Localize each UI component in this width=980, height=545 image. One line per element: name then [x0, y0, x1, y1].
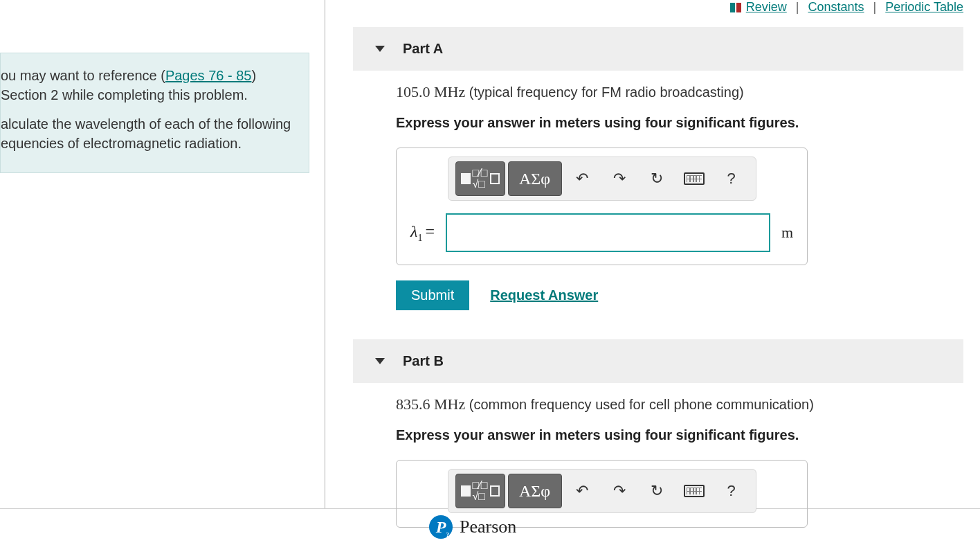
- redo-button[interactable]: ↷: [602, 161, 637, 196]
- templates-icon: □⁄□√□: [461, 168, 500, 190]
- part-a-header[interactable]: Part A: [353, 27, 963, 71]
- help-button[interactable]: ?: [714, 474, 749, 508]
- answer-input-a[interactable]: [446, 213, 770, 252]
- templates-icon: □⁄□√□: [461, 480, 500, 502]
- answer-box-a: □⁄□√□ ΑΣφ ↶ ↷ ↻ ? λ1= m: [396, 148, 808, 265]
- freq-unit: MHz: [434, 395, 465, 413]
- freq-value: 105.0: [396, 83, 430, 100]
- right-panel: Review | Constants | Periodic Table Part…: [325, 0, 980, 508]
- part-b-title: Part B: [403, 353, 444, 369]
- separator: |: [790, 0, 805, 14]
- left-panel: ou may want to reference (Pages 76 - 85)…: [0, 0, 325, 508]
- freq-value: 835.6: [396, 395, 430, 413]
- freq-unit: MHz: [434, 83, 465, 100]
- question-line-a: 105.0 MHz (typical frequency for FM radi…: [396, 83, 941, 101]
- equation-toolbar-a: □⁄□√□ ΑΣφ ↶ ↷ ↻ ?: [448, 157, 756, 201]
- caret-down-icon: [375, 358, 385, 364]
- unit-label: m: [781, 224, 793, 242]
- redo-button[interactable]: ↷: [602, 474, 637, 508]
- keyboard-button[interactable]: [677, 161, 711, 196]
- separator: |: [868, 0, 882, 14]
- greek-symbols-button[interactable]: ΑΣφ: [508, 474, 562, 508]
- keyboard-icon: [684, 172, 705, 185]
- help-button[interactable]: ?: [714, 161, 749, 196]
- top-links: Review | Constants | Periodic Table: [353, 0, 963, 17]
- freq-desc: (typical frequency for FM radio broadcas…: [465, 84, 743, 100]
- constants-link[interactable]: Constants: [808, 0, 864, 14]
- part-a-body: 105.0 MHz (typical frequency for FM radi…: [353, 71, 963, 330]
- review-link[interactable]: Review: [746, 0, 787, 14]
- request-answer-link[interactable]: Request Answer: [490, 287, 598, 303]
- actions-a: Submit Request Answer: [396, 280, 941, 310]
- instruction-a: Express your answer in meters using four…: [396, 115, 941, 131]
- input-row-a: λ1= m: [406, 213, 797, 252]
- book-icon: [730, 3, 741, 12]
- lambda-label: λ1=: [410, 222, 435, 244]
- info-box: ou may want to reference (Pages 76 - 85)…: [0, 53, 309, 173]
- keyboard-button[interactable]: [677, 474, 711, 508]
- templates-button[interactable]: □⁄□√□: [455, 161, 505, 196]
- undo-button[interactable]: ↶: [565, 474, 599, 508]
- pearson-brand: Pearson: [460, 517, 516, 537]
- equals-sign: =: [422, 222, 435, 240]
- caret-down-icon: [375, 46, 385, 52]
- reference-text: ou may want to reference (Pages 76 - 85)…: [1, 66, 292, 105]
- keyboard-icon: [684, 485, 705, 497]
- part-a-title: Part A: [403, 41, 443, 57]
- periodic-table-link[interactable]: Periodic Table: [885, 0, 963, 14]
- part-b-header[interactable]: Part B: [353, 339, 963, 383]
- freq-desc: (common frequency used for cell phone co…: [465, 397, 814, 412]
- submit-button[interactable]: Submit: [396, 280, 469, 310]
- problem-statement: alculate the wavelength of each of the f…: [1, 114, 292, 153]
- instruction-b: Express your answer in meters using four…: [396, 427, 941, 443]
- greek-symbols-button[interactable]: ΑΣφ: [508, 161, 562, 196]
- pearson-logo-icon: P: [429, 515, 453, 539]
- templates-button[interactable]: □⁄□√□: [455, 474, 505, 508]
- pages-link[interactable]: Pages 76 - 85: [165, 68, 252, 83]
- reset-button[interactable]: ↻: [639, 474, 674, 508]
- reset-button[interactable]: ↻: [639, 161, 674, 196]
- answer-box-b: □⁄□√□ ΑΣφ ↶ ↷ ↻ ?: [396, 460, 808, 528]
- lambda-sym: λ: [410, 222, 417, 240]
- ref-pre: ou may want to reference (: [1, 68, 165, 83]
- undo-button[interactable]: ↶: [565, 161, 599, 196]
- question-line-b: 835.6 MHz (common frequency used for cel…: [396, 395, 941, 413]
- equation-toolbar-b: □⁄□√□ ΑΣφ ↶ ↷ ↻ ?: [448, 469, 756, 513]
